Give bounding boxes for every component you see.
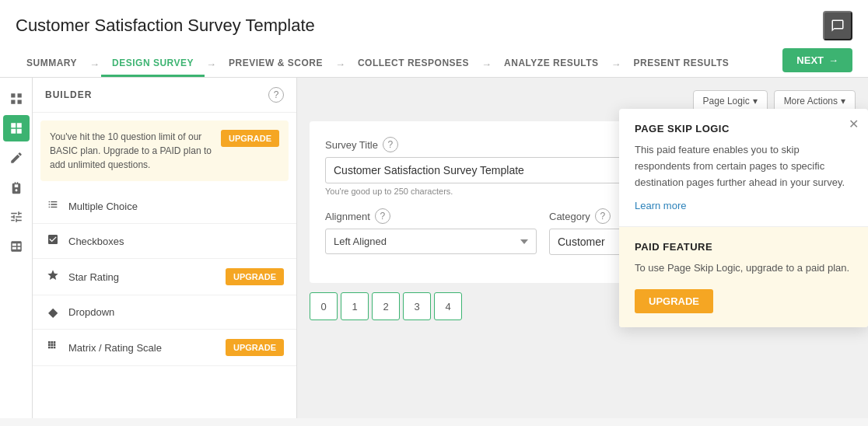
upgrade-button-matrix[interactable]: UPGRADE — [226, 339, 284, 356]
sidebar-icon-pen[interactable] — [3, 145, 30, 171]
tab-design-survey[interactable]: DESIGN SURVEY — [101, 51, 205, 77]
popup-learn-more-link[interactable]: Learn more — [635, 200, 686, 211]
popup-upgrade-button[interactable]: UPGRADE — [635, 289, 713, 313]
nav-arrow-3: → — [335, 58, 345, 70]
tab-present-results[interactable]: PRESENT RESULTS — [623, 51, 740, 77]
nav-arrow-4: → — [481, 58, 492, 70]
star-rating-icon — [45, 269, 61, 285]
upgrade-notice-text: You've hit the 10 question limit of our … — [50, 130, 213, 172]
dropdown-icon: ◆ — [45, 305, 61, 320]
popup-overlay: ✕ PAGE SKIP LOGIC This paid feature enab… — [297, 78, 868, 418]
checkboxes-label: Checkboxes — [68, 236, 284, 247]
svg-rect-3 — [16, 129, 21, 134]
upgrade-notice: You've hit the 10 question limit of our … — [40, 120, 289, 181]
chat-icon — [831, 19, 845, 33]
tab-analyze-results[interactable]: ANALYZE RESULTS — [493, 51, 610, 77]
popup-paid-text: To use Page Skip Logic, upgrade to a pai… — [635, 260, 852, 277]
next-button[interactable]: NEXT → — [782, 48, 852, 72]
sidebar-icon-chart[interactable] — [3, 115, 30, 141]
page-skip-logic-popup: ✕ PAGE SKIP LOGIC This paid feature enab… — [619, 109, 868, 327]
svg-rect-1 — [11, 129, 16, 134]
sidebar-icon-panel — [0, 78, 33, 418]
question-type-list: Multiple Choice Checkboxes Star Rating U… — [33, 189, 296, 418]
builder-title: BUILDER — [45, 89, 92, 100]
sidebar-icon-sliders[interactable] — [3, 204, 30, 230]
question-type-matrix[interactable]: Matrix / Rating Scale UPGRADE — [33, 330, 296, 366]
nav-arrow-2: → — [206, 58, 216, 70]
popup-title: PAGE SKIP LOGIC — [635, 123, 852, 134]
main-layout: BUILDER ? You've hit the 10 question lim… — [0, 78, 868, 418]
question-type-multiple-choice[interactable]: Multiple Choice — [33, 189, 296, 224]
tab-collect-responses[interactable]: COLLECT RESPONSES — [347, 51, 480, 77]
popup-main-section: PAGE SKIP LOGIC This paid feature enable… — [619, 109, 868, 226]
checkboxes-icon — [45, 233, 61, 249]
question-type-checkboxes[interactable]: Checkboxes — [33, 224, 296, 259]
content-area: Page Logic ▾ More Actions ▾ Survey Title… — [297, 78, 868, 418]
multiple-choice-icon — [45, 198, 61, 214]
app-header: Customer Satisfaction Survey Template SU… — [0, 0, 868, 78]
popup-paid-section: PAID FEATURE To use Page Skip Logic, upg… — [619, 226, 868, 327]
svg-rect-2 — [16, 123, 21, 127]
tab-summary[interactable]: SUMMARY — [16, 51, 88, 77]
header-top: Customer Satisfaction Survey Template — [16, 11, 852, 40]
page-title: Customer Satisfaction Survey Template — [16, 16, 315, 36]
sidebar-icon-grid[interactable] — [3, 233, 30, 260]
builder-help-icon[interactable]: ? — [268, 87, 284, 103]
tab-preview-score[interactable]: PREVIEW & SCORE — [218, 51, 334, 77]
dropdown-label: Dropdown — [68, 306, 284, 318]
popup-description: This paid feature enables you to skip re… — [635, 142, 852, 190]
popup-paid-title: PAID FEATURE — [635, 241, 852, 253]
nav-tabs: SUMMARY → DESIGN SURVEY → PREVIEW & SCOR… — [16, 51, 782, 77]
matrix-icon — [45, 340, 61, 355]
star-rating-label: Star Rating — [68, 271, 218, 283]
popup-close-button[interactable]: ✕ — [849, 117, 859, 131]
builder-panel: BUILDER ? You've hit the 10 question lim… — [33, 78, 297, 418]
nav-arrow-5: → — [611, 58, 621, 70]
multiple-choice-label: Multiple Choice — [68, 201, 284, 212]
matrix-label: Matrix / Rating Scale — [68, 342, 218, 354]
nav-arrow-1: → — [89, 58, 100, 70]
svg-rect-0 — [11, 123, 16, 127]
chat-icon-button[interactable] — [823, 11, 852, 40]
question-type-star-rating[interactable]: Star Rating UPGRADE — [33, 259, 296, 295]
builder-header: BUILDER ? — [33, 78, 296, 113]
upgrade-button-top[interactable]: UPGRADE — [221, 130, 279, 147]
sidebar-icon-split[interactable] — [3, 174, 30, 201]
question-type-dropdown[interactable]: ◆ Dropdown — [33, 295, 296, 330]
upgrade-button-star[interactable]: UPGRADE — [226, 268, 284, 285]
sidebar-icon-layers[interactable] — [3, 86, 30, 112]
